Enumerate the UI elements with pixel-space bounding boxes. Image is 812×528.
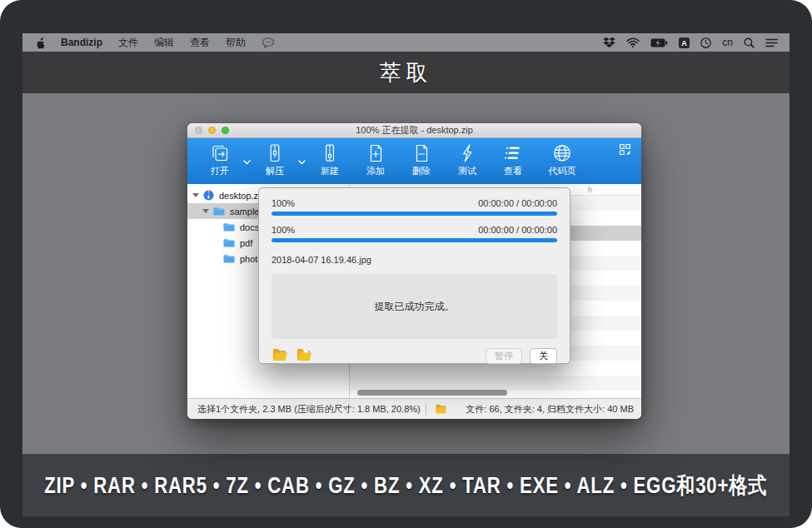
status-bar: 选择1个文件夹, 2.3 MB (压缩后的尺寸: 1.8 MB, 20.8%) … [187,398,641,419]
result-message-box: 提取已成功完成。 [271,274,557,339]
current-file-name: 2018-04-07 16.19.46.jpg [271,255,557,265]
layout-toggle-icon[interactable] [620,143,630,158]
codepage-button[interactable]: 代码页 [540,142,585,177]
extract-button[interactable]: 解压 [256,142,294,177]
search-icon[interactable] [744,37,755,48]
add-button[interactable]: 添加 [356,142,395,177]
close-button[interactable] [195,127,202,134]
progress-fill [271,238,557,242]
dialog-footer: 暂停 关 [271,347,557,364]
status-divider [426,403,426,416]
open-dropdown-chevron[interactable] [243,153,251,168]
tree-item-label: sample [230,207,259,217]
promo-canvas: Bandizip 文件 编辑 查看 帮助 [0,0,812,528]
add-file-icon [365,142,386,164]
menu-item-view[interactable]: 查看 [190,36,210,50]
minimize-button[interactable] [208,127,216,134]
progress-percent: 100% [271,198,295,208]
open-folder-archive-icon[interactable] [271,347,288,364]
tool-label: 代码页 [549,165,576,177]
apple-menu-icon[interactable] [34,37,45,49]
test-lightning-icon [456,142,478,164]
input-source-icon[interactable]: A [679,37,690,48]
dialog-close-button[interactable]: 关 [530,348,557,364]
battery-icon[interactable] [650,38,668,47]
notification-center-icon[interactable] [765,38,778,47]
tree-item-label: docs [240,222,259,232]
hero-title: 萃取 [380,58,433,87]
tool-label: 添加 [366,165,385,177]
view-list-icon [502,142,524,164]
status-folder-icon [435,403,447,415]
tree-item-label: pdf [240,238,252,248]
menu-bar: Bandizip 文件 编辑 查看 帮助 [22,33,790,52]
menu-item-help[interactable]: 帮助 [226,36,246,50]
menu-app-name[interactable]: Bandizip [61,37,102,48]
open-folder-destination-icon[interactable] [296,347,312,364]
tool-label: 解压 [266,165,284,177]
menu-item-file[interactable]: 文件 [118,36,138,50]
delete-button[interactable]: 删除 [402,142,441,177]
progress-time: 00:00:00 / 00:00:00 [478,198,557,208]
folder-icon [223,254,235,263]
language-indicator[interactable]: cn [722,37,733,48]
dropbox-icon[interactable] [603,37,615,48]
extract-progress-dialog: 100% 00:00:00 / 00:00:00 100% 00:00:00 /… [258,187,570,364]
progress-time: 00:00:00 / 00:00:00 [478,225,557,235]
open-button[interactable]: 打开 [201,142,239,177]
formats-band: ZIP • RAR • RAR5 • 7Z • CAB • GZ • BZ • … [22,454,790,516]
progress-bar-total [271,212,557,216]
window-title: 100% 正在提取 - desktop.zip [356,124,473,137]
supported-formats-text: ZIP • RAR • RAR5 • 7Z • CAB • GZ • BZ • … [45,471,768,501]
disclosure-triangle-icon[interactable] [192,193,199,197]
folder-icon [223,238,235,247]
open-archive-icon [209,142,231,164]
progress-fill [271,212,557,216]
test-button[interactable]: 测试 [448,142,486,177]
zoom-button[interactable] [222,127,229,134]
new-archive-icon [319,142,341,164]
desktop: 100% 正在提取 - desktop.zip 打开 [22,93,790,454]
window-titlebar[interactable]: 100% 正在提取 - desktop.zip [187,123,641,138]
column-header-fragment: h [588,186,592,194]
codepage-globe-icon [551,142,573,164]
status-selection-text: 选择1个文件夹, 2.3 MB (压缩后的尺寸: 1.8 MB, 20.8%) [197,403,421,416]
extract-icon [264,142,286,164]
list-row[interactable] [350,376,641,391]
screen-bezel: Bandizip 文件 编辑 查看 帮助 [0,0,812,528]
view-button[interactable]: 查看 [494,142,532,177]
extract-dropdown-chevron[interactable] [298,153,306,168]
status-archive-text: 文件: 66, 文件夹: 4, 归档文件大小: 40 MB [466,403,634,416]
archive-zip-icon [203,190,214,201]
clock-icon[interactable] [700,37,711,48]
tool-label: 打开 [211,165,229,177]
wifi-icon[interactable] [626,37,640,47]
menu-item-edit[interactable]: 编辑 [154,36,174,50]
folder-icon [213,207,225,216]
chat-bubble-icon[interactable] [262,37,275,48]
progress-percent: 100% [271,225,295,235]
folder-icon [223,222,235,232]
disclosure-triangle-icon[interactable] [202,209,209,213]
tool-label: 新建 [321,165,339,177]
svg-text:A: A [682,39,688,47]
tool-label: 删除 [412,165,431,177]
toolbar: 打开 解压 [187,138,641,184]
horizontal-scrollbar[interactable] [357,390,507,396]
traffic-lights [195,127,229,134]
tool-label: 测试 [458,165,476,177]
new-archive-button[interactable]: 新建 [311,142,349,177]
result-message: 提取已成功完成。 [375,300,455,314]
macos-screen: Bandizip 文件 编辑 查看 帮助 [22,33,790,516]
hero-header: 萃取 [22,52,790,93]
tool-label: 查看 [504,165,522,177]
pause-button[interactable]: 暂停 [486,348,522,364]
progress-bar-current [271,238,557,242]
delete-file-icon [411,142,432,164]
